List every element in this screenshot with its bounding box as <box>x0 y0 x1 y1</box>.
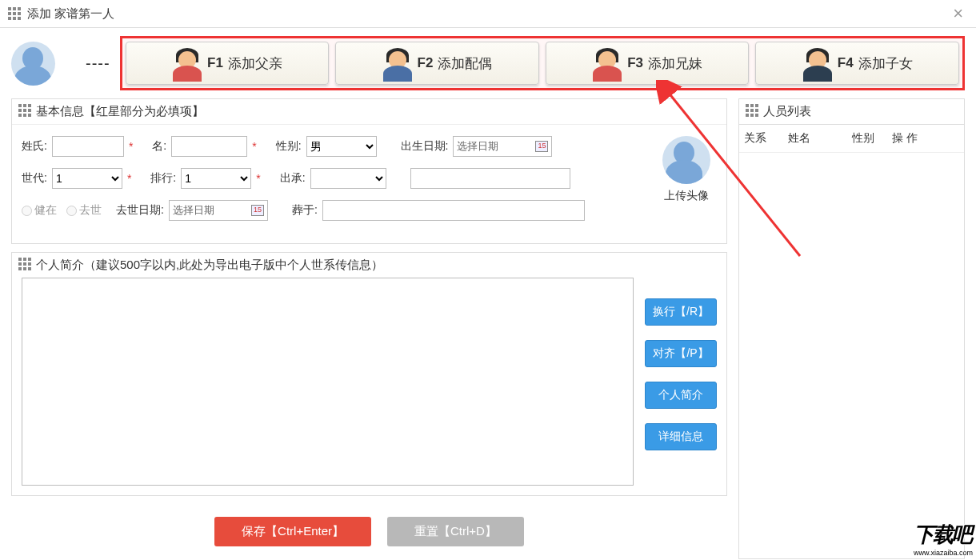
footer-buttons: 保存【Ctrl+Enter】 重置【Ctrl+D】 <box>11 504 727 559</box>
svg-rect-15 <box>18 114 22 117</box>
basic-info-title: 基本信息【红星部分为必填项】 <box>36 104 204 119</box>
add-sibling-button[interactable]: F3 添加兄妹 <box>546 42 750 85</box>
svg-rect-26 <box>28 267 31 270</box>
svg-rect-0 <box>8 7 11 10</box>
death-date-label: 去世日期: <box>116 203 164 218</box>
svg-rect-1 <box>13 7 16 10</box>
gender-select[interactable]: 男 <box>306 136 377 157</box>
upload-avatar-area[interactable]: 上传头像 <box>662 136 710 203</box>
svg-rect-9 <box>18 104 22 107</box>
birth-label: 出生日期: <box>401 139 449 154</box>
wrap-button[interactable]: 换行【/R】 <box>645 298 717 326</box>
svg-rect-21 <box>18 262 22 266</box>
burial-label: 葬于: <box>292 203 318 218</box>
deceased-radio[interactable]: 去世 <box>66 203 102 218</box>
col-relation: 关系 <box>739 125 783 152</box>
svg-rect-27 <box>746 104 749 107</box>
svg-rect-3 <box>8 12 11 15</box>
birth-date-input[interactable]: 选择日期 15 <box>453 136 552 157</box>
title-bar: 添加 家谱第一人 × <box>0 0 976 28</box>
gender-label: 性别: <box>276 139 302 154</box>
required-marker: * <box>256 172 260 185</box>
basic-info-panel: 基本信息【红星部分为必填项】 姓氏: * 名: * 性别: 男 出生日期: 选择… <box>11 98 727 244</box>
list-header-row: 关系 姓名 性别 操 作 <box>739 125 964 153</box>
required-marker: * <box>127 172 131 185</box>
bio-title: 个人简介（建议500字以内,此处为导出电子版中个人世系传信息） <box>36 258 383 273</box>
svg-rect-10 <box>23 104 26 107</box>
add-child-button[interactable]: F4 添加子女 <box>755 42 959 85</box>
col-operate: 操 作 <box>887 125 964 152</box>
svg-rect-4 <box>13 12 16 15</box>
svg-rect-5 <box>18 12 21 15</box>
surname-label: 姓氏: <box>22 139 47 154</box>
svg-rect-11 <box>28 104 31 107</box>
alive-radio[interactable]: 健在 <box>22 203 57 218</box>
bio-panel: 个人简介（建议500字以内,此处为导出电子版中个人世系传信息） 换行【/R】 对… <box>11 252 727 496</box>
family-action-strip: F1 添加父亲 F2 添加配偶 F3 添加兄妹 F4 添加子女 <box>120 36 965 90</box>
svg-rect-32 <box>755 109 758 112</box>
person-list-panel: 人员列表 关系 姓名 性别 操 作 <box>738 98 965 559</box>
svg-rect-34 <box>750 114 754 117</box>
svg-rect-22 <box>23 262 26 266</box>
close-button[interactable]: × <box>948 3 968 24</box>
required-marker: * <box>252 140 256 153</box>
app-icon <box>8 7 21 20</box>
top-row: ---- F1 添加父亲 F2 添加配偶 F3 添加兄妹 F4 添加子女 <box>0 28 976 98</box>
svg-rect-13 <box>23 109 26 112</box>
reset-button[interactable]: 重置【Ctrl+D】 <box>387 517 524 546</box>
svg-rect-17 <box>28 114 31 117</box>
chucheng-extra-input[interactable] <box>410 168 570 189</box>
grid-icon <box>18 104 31 119</box>
svg-rect-12 <box>18 109 22 112</box>
detail-button[interactable]: 详细信息 <box>645 423 717 450</box>
watermark: 下载吧 www.xiazaiba.com <box>914 521 973 557</box>
align-button[interactable]: 对齐【/P】 <box>645 340 717 367</box>
rank-select[interactable]: 1 <box>181 168 251 189</box>
svg-rect-35 <box>755 114 758 117</box>
given-label: 名: <box>152 139 166 154</box>
svg-rect-7 <box>13 17 16 20</box>
svg-rect-23 <box>28 262 31 266</box>
grid-icon <box>746 104 758 119</box>
svg-rect-14 <box>28 109 31 112</box>
svg-rect-25 <box>23 267 26 270</box>
current-person-name: ---- <box>86 54 110 73</box>
save-button[interactable]: 保存【Ctrl+Enter】 <box>214 517 371 546</box>
calendar-icon: 15 <box>535 141 548 152</box>
svg-rect-33 <box>746 114 749 117</box>
calendar-icon: 15 <box>251 205 264 216</box>
svg-rect-16 <box>23 114 26 117</box>
svg-rect-20 <box>28 258 31 261</box>
person-list-title: 人员列表 <box>763 104 811 119</box>
col-gender: 性别 <box>847 125 887 152</box>
rank-label: 排行: <box>150 171 176 186</box>
col-name: 姓名 <box>783 125 847 152</box>
svg-rect-8 <box>18 17 21 20</box>
svg-rect-19 <box>23 258 26 261</box>
svg-rect-28 <box>750 104 754 107</box>
burial-input[interactable] <box>322 200 585 221</box>
surname-input[interactable] <box>52 136 124 157</box>
svg-rect-2 <box>18 7 21 10</box>
given-input[interactable] <box>171 136 247 157</box>
chucheng-label: 出承: <box>280 171 306 186</box>
current-person-avatar <box>11 42 55 86</box>
svg-rect-24 <box>18 267 22 270</box>
generation-label: 世代: <box>22 171 47 186</box>
add-spouse-button[interactable]: F2 添加配偶 <box>335 42 539 85</box>
svg-rect-31 <box>750 109 754 112</box>
bio-textarea[interactable] <box>22 278 634 486</box>
generation-select[interactable]: 1 <box>52 168 122 189</box>
grid-icon <box>18 258 31 273</box>
required-marker: * <box>129 140 133 153</box>
bio-button[interactable]: 个人简介 <box>645 382 717 409</box>
death-date-input[interactable]: 选择日期 15 <box>169 200 268 221</box>
chucheng-select[interactable] <box>310 168 386 189</box>
window-title: 添加 家谱第一人 <box>27 6 948 22</box>
svg-rect-29 <box>755 104 758 107</box>
svg-rect-6 <box>8 17 11 20</box>
svg-rect-18 <box>18 258 22 261</box>
add-father-button[interactable]: F1 添加父亲 <box>126 42 330 85</box>
svg-rect-30 <box>746 109 749 112</box>
